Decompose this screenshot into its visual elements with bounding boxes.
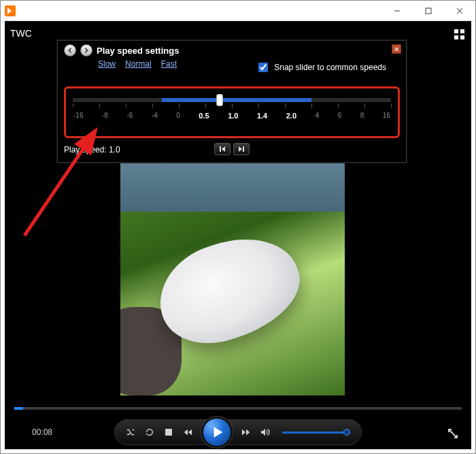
panel-back-button[interactable] <box>64 44 76 56</box>
current-speed-label: Play speed: 1.0 <box>64 145 120 155</box>
speed-slow-link[interactable]: Slow <box>98 59 116 69</box>
speed-slider-tickmarks <box>73 103 391 109</box>
panel-close-button[interactable]: ✕ <box>392 44 401 54</box>
frame-step-forward-button[interactable] <box>233 143 250 155</box>
player-area: TWC ✕ Play speed settings Slow Normal Fa… <box>5 21 471 449</box>
svg-rect-7 <box>165 429 172 436</box>
speed-slider-track[interactable] <box>73 98 391 102</box>
snap-slider-checkbox-wrap[interactable]: Snap slider to common speeds <box>256 61 386 74</box>
playback-controls: 00:08 <box>5 415 471 449</box>
volume-slider[interactable] <box>282 432 350 434</box>
maximize-button[interactable] <box>413 1 444 21</box>
window-titlebar <box>1 1 475 21</box>
tick-label: 4 <box>316 112 320 131</box>
fullscreen-button[interactable] <box>447 427 459 440</box>
play-speed-panel: ✕ Play speed settings Slow Normal Fast S… <box>56 39 407 163</box>
close-button[interactable] <box>444 1 475 21</box>
video-viewport[interactable] <box>120 137 345 395</box>
tick-label: 1.0 <box>228 112 238 131</box>
tick-label: -6 <box>126 112 133 131</box>
volume-icon[interactable] <box>260 427 270 437</box>
tick-label: 0.5 <box>199 112 209 131</box>
tick-label: 1.4 <box>257 112 267 131</box>
stop-button[interactable] <box>164 427 173 437</box>
tick-label: 0 <box>176 112 180 131</box>
speed-slider-tick-labels: -16-8-6-400.51.01.42.046816 <box>73 112 391 131</box>
frame-step-back-button[interactable] <box>214 143 231 155</box>
tick-label: -16 <box>73 112 83 131</box>
tick-label: -8 <box>102 112 108 131</box>
seek-bar[interactable] <box>14 407 462 410</box>
rewind-button[interactable] <box>183 427 192 437</box>
library-label: TWC <box>10 28 32 39</box>
speed-slider-highlight: -16-8-6-400.51.01.42.046816 <box>64 86 400 138</box>
app-icon <box>5 5 16 16</box>
panel-title: Play speed settings <box>97 46 179 56</box>
svg-rect-5 <box>243 146 244 152</box>
shuffle-button[interactable] <box>126 427 135 437</box>
minimize-button[interactable] <box>381 1 413 21</box>
play-button[interactable] <box>203 419 231 446</box>
speed-fast-link[interactable]: Fast <box>161 59 177 69</box>
speed-normal-link[interactable]: Normal <box>125 59 152 69</box>
tick-label: 8 <box>360 112 364 131</box>
volume-thumb[interactable] <box>343 429 350 436</box>
view-grid-icon[interactable] <box>454 29 464 39</box>
repeat-button[interactable] <box>145 427 154 437</box>
window-buttons <box>381 1 475 21</box>
panel-forward-button[interactable] <box>80 44 92 56</box>
svg-rect-1 <box>426 8 431 14</box>
tick-label: 6 <box>338 112 342 131</box>
tick-label: -4 <box>152 112 158 131</box>
fast-forward-button[interactable] <box>241 427 251 437</box>
seek-progress <box>14 407 23 410</box>
tick-label: 16 <box>383 112 390 131</box>
control-cluster <box>114 419 362 445</box>
snap-slider-label: Snap slider to common speeds <box>274 63 386 72</box>
snap-slider-checkbox[interactable] <box>258 63 268 72</box>
tick-label: 2.0 <box>286 112 296 131</box>
elapsed-time: 00:08 <box>32 427 52 437</box>
svg-rect-4 <box>220 146 221 152</box>
